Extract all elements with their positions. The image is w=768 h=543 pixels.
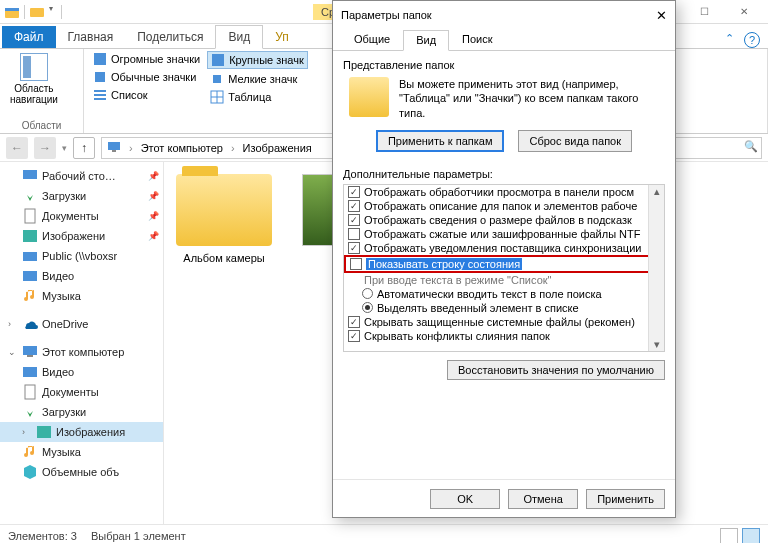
checkbox[interactable]: ✓ <box>348 186 360 198</box>
close-icon[interactable]: ✕ <box>656 8 667 23</box>
dialog-tab-search[interactable]: Поиск <box>449 29 505 50</box>
reset-folders-button[interactable]: Сброс вида папок <box>518 130 632 152</box>
folder-item-album[interactable]: Альбом камеры <box>176 174 272 512</box>
layout-list[interactable]: Список <box>90 87 203 103</box>
ribbon-group-panes: Область навигации Области <box>0 49 84 133</box>
documents-icon <box>22 208 38 224</box>
close-button[interactable]: ✕ <box>724 1 764 23</box>
crumb-thispc[interactable]: Этот компьютер <box>138 142 226 154</box>
status-bar-option[interactable]: Показывать строку состояния <box>344 255 664 273</box>
svg-rect-15 <box>23 170 37 179</box>
radio[interactable] <box>362 288 373 299</box>
maximize-button[interactable]: ☐ <box>684 1 724 23</box>
chevron-down-icon[interactable]: ⌄ <box>8 347 18 357</box>
restore-defaults-button[interactable]: Восстановить значения по умолчанию <box>447 360 665 380</box>
tab-manage[interactable]: Уп <box>263 26 301 48</box>
tree-pc-music[interactable]: Музыка <box>0 442 163 462</box>
svg-rect-23 <box>25 385 35 399</box>
tree-videos[interactable]: Видео <box>0 266 163 286</box>
large-icons-icon <box>211 53 225 67</box>
svg-rect-20 <box>23 346 37 355</box>
tree-public[interactable]: Public (\\vboxsr <box>0 246 163 266</box>
tree-pictures[interactable]: Изображени📌 <box>0 226 163 246</box>
layout-table[interactable]: Таблица <box>207 89 308 105</box>
scroll-down-icon[interactable]: ▾ <box>654 338 660 351</box>
checkbox[interactable]: ✓ <box>348 330 360 342</box>
icons-view-button[interactable] <box>742 528 760 544</box>
tab-file[interactable]: Файл <box>2 26 56 48</box>
svg-rect-21 <box>27 355 33 357</box>
item-label: Альбом камеры <box>183 252 264 264</box>
checkbox[interactable] <box>350 258 362 270</box>
svg-rect-4 <box>95 72 105 82</box>
pin-icon: 📌 <box>148 211 159 221</box>
svg-rect-6 <box>94 94 106 96</box>
dialog-buttons: OK Отмена Применить <box>333 479 675 517</box>
checkbox[interactable]: ✓ <box>348 200 360 212</box>
dialog-titlebar: Параметры папок ✕ <box>333 1 675 29</box>
radio[interactable] <box>362 302 373 313</box>
chevron-right-icon[interactable]: › <box>8 319 18 329</box>
svg-rect-5 <box>94 90 106 92</box>
up-button[interactable]: ↑ <box>73 137 95 159</box>
recent-dropdown-icon[interactable]: ▾ <box>62 143 67 153</box>
onedrive-icon <box>22 316 38 332</box>
apply-button[interactable]: Применить <box>586 489 665 509</box>
table-icon <box>210 90 224 104</box>
tree-thispc[interactable]: ⌄Этот компьютер <box>0 342 163 362</box>
tree-pc-videos[interactable]: Видео <box>0 362 163 382</box>
qat-divider <box>24 5 25 19</box>
layout-normal-icons[interactable]: Обычные значки <box>90 69 203 85</box>
navigation-pane-button[interactable]: Область навигации <box>6 51 62 119</box>
layout-large-icons[interactable]: Крупные значк <box>207 51 308 69</box>
videos-icon <box>22 364 38 380</box>
tab-home[interactable]: Главная <box>56 26 126 48</box>
tab-share[interactable]: Поделиться <box>125 26 215 48</box>
layout-huge-icons[interactable]: Огромные значки <box>90 51 203 67</box>
crumb-pictures[interactable]: Изображения <box>240 142 315 154</box>
chevron-right-icon[interactable]: › <box>228 142 238 154</box>
checkbox[interactable]: ✓ <box>348 214 360 226</box>
tree-pc-3d[interactable]: Объемные объ <box>0 462 163 482</box>
ok-button[interactable]: OK <box>430 489 500 509</box>
pc-icon <box>22 344 38 360</box>
apply-to-folders-button[interactable]: Применить к папкам <box>376 130 505 152</box>
dialog-tab-general[interactable]: Общие <box>341 29 403 50</box>
tab-view[interactable]: Вид <box>215 25 263 49</box>
help-icon[interactable]: ? <box>744 32 760 48</box>
chevron-right-icon[interactable]: › <box>22 427 32 437</box>
checkbox[interactable] <box>348 228 360 240</box>
search-icon[interactable]: 🔍 <box>744 140 758 153</box>
folder-icon <box>29 4 45 20</box>
back-button[interactable]: ← <box>6 137 28 159</box>
advanced-settings-list[interactable]: ✓Отображать обработчики просмотра в пане… <box>343 184 665 352</box>
tree-music[interactable]: Музыка <box>0 286 163 306</box>
tree-documents[interactable]: Документы📌 <box>0 206 163 226</box>
collapse-ribbon-icon[interactable]: ⌃ <box>725 32 734 48</box>
folder-views-text: Вы можете применить этот вид (например, … <box>399 77 659 120</box>
tree-pc-downloads[interactable]: Загрузки <box>0 402 163 422</box>
tree-pc-pictures[interactable]: ›Изображения <box>0 422 163 442</box>
svg-rect-9 <box>213 75 221 83</box>
qat-dropdown-icon[interactable]: ▾ <box>49 4 57 20</box>
dialog-body: Представление папок Вы можете применить … <box>333 51 675 479</box>
scrollbar[interactable]: ▴▾ <box>648 185 664 351</box>
details-view-button[interactable] <box>720 528 738 544</box>
chevron-right-icon[interactable]: › <box>126 142 136 154</box>
layout-small-icons[interactable]: Мелкие значк <box>207 71 308 87</box>
tree-downloads[interactable]: Загрузки📌 <box>0 186 163 206</box>
dialog-tab-view[interactable]: Вид <box>403 30 449 51</box>
cancel-button[interactable]: Отмена <box>508 489 578 509</box>
pictures-icon <box>22 228 38 244</box>
normal-icons-icon <box>93 70 107 84</box>
checkbox[interactable]: ✓ <box>348 242 360 254</box>
navigation-tree[interactable]: Рабочий сто…📌 Загрузки📌 Документы📌 Изобр… <box>0 162 164 524</box>
tree-onedrive[interactable]: ›OneDrive <box>0 314 163 334</box>
network-folder-icon <box>22 248 38 264</box>
scroll-up-icon[interactable]: ▴ <box>654 185 660 198</box>
tree-pc-documents[interactable]: Документы <box>0 382 163 402</box>
forward-button[interactable]: → <box>34 137 56 159</box>
checkbox[interactable]: ✓ <box>348 316 360 328</box>
tree-desktop[interactable]: Рабочий сто…📌 <box>0 166 163 186</box>
list-icon <box>93 88 107 102</box>
